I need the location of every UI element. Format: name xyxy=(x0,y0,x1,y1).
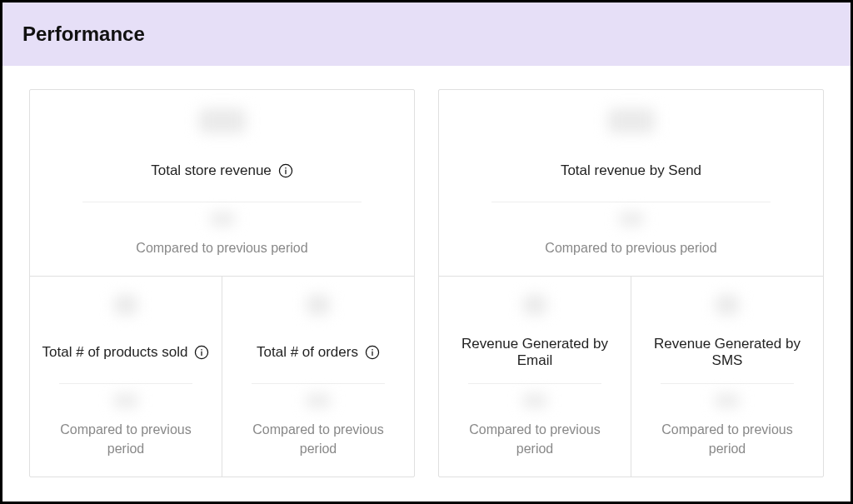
info-icon[interactable] xyxy=(278,163,293,178)
info-icon[interactable] xyxy=(194,345,209,360)
divider xyxy=(468,383,602,384)
compared-label: Compared to previous period xyxy=(43,239,401,257)
metric-label-text: Total store revenue xyxy=(151,162,272,179)
compared-label: Compared to previous period xyxy=(641,421,813,458)
metric-total-orders: Total # of orders Compared to previous p… xyxy=(222,277,414,477)
metric-delta-blurred xyxy=(715,394,740,407)
metric-value-blurred xyxy=(114,295,137,315)
metric-total-store-revenue: Total store revenue Compared to previous… xyxy=(30,90,414,276)
content-area: Total store revenue Compared to previous… xyxy=(2,66,851,494)
metric-label-text: Revenue Generated by SMS xyxy=(641,336,813,369)
divider xyxy=(59,383,193,384)
compared-label: Compared to previous period xyxy=(449,421,621,458)
metric-value-blurred xyxy=(307,295,330,315)
metric-label-text: Total revenue by Send xyxy=(561,162,701,179)
page-title: Performance xyxy=(22,22,831,46)
metric-total-revenue-by-send: Total revenue by Send Compared to previo… xyxy=(439,90,823,276)
metric-delta-blurred xyxy=(619,212,644,226)
panel-right-bottom: Revenue Generated by Email Compared to p… xyxy=(439,276,823,477)
metric-label: Total store revenue xyxy=(43,152,401,190)
app-frame: Performance Total store revenue Compared… xyxy=(0,0,853,504)
compared-label: Compared to previous period xyxy=(232,421,404,458)
metric-value-blurred xyxy=(608,108,655,133)
metric-delta-blurred xyxy=(306,394,331,407)
metric-label: Revenue Generated by SMS xyxy=(641,333,813,372)
metric-delta-blurred xyxy=(522,394,547,407)
panel-right: Total revenue by Send Compared to previo… xyxy=(438,89,824,477)
svg-point-7 xyxy=(372,349,373,351)
compared-label: Compared to previous period xyxy=(40,421,212,458)
metric-revenue-email: Revenue Generated by Email Compared to p… xyxy=(439,277,631,477)
metric-revenue-sms: Revenue Generated by SMS Compared to pre… xyxy=(631,277,823,477)
metric-label: Total revenue by Send xyxy=(452,152,810,190)
metric-label: Total # of products sold xyxy=(40,333,212,372)
metric-value-blurred xyxy=(199,108,246,133)
panel-left: Total store revenue Compared to previous… xyxy=(29,89,415,477)
metric-total-products-sold: Total # of products sold Compared to pre… xyxy=(30,277,222,477)
metric-value-blurred xyxy=(523,295,546,315)
metric-label-text: Total # of orders xyxy=(257,344,358,361)
metric-label-text: Revenue Generated by Email xyxy=(449,336,621,369)
info-icon[interactable] xyxy=(365,345,380,360)
panel-header: Performance xyxy=(2,2,851,66)
svg-point-1 xyxy=(285,167,287,169)
metric-value-blurred xyxy=(716,295,739,315)
divider xyxy=(252,383,386,384)
divider xyxy=(661,383,795,384)
metric-delta-blurred xyxy=(210,212,235,226)
divider xyxy=(82,202,362,202)
divider xyxy=(491,202,771,202)
metric-label-text: Total # of products sold xyxy=(42,344,188,361)
metric-label: Total # of orders xyxy=(232,333,404,372)
panel-left-bottom: Total # of products sold Compared to pre… xyxy=(30,276,414,477)
svg-point-4 xyxy=(202,349,203,351)
metric-label: Revenue Generated by Email xyxy=(449,333,621,372)
metric-delta-blurred xyxy=(113,394,138,407)
compared-label: Compared to previous period xyxy=(452,239,810,257)
